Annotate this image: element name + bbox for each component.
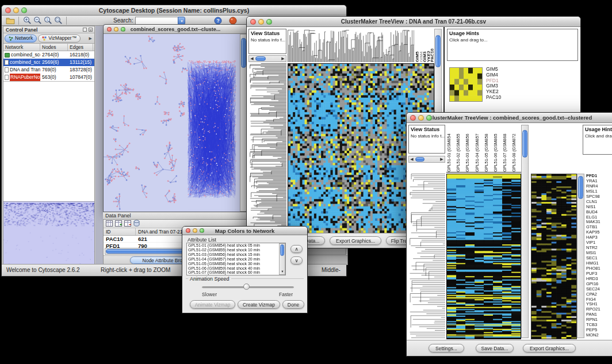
gene-label[interactable]: SPC98 <box>586 194 612 200</box>
scrollbar-thumb[interactable] <box>435 35 441 67</box>
column-label[interactable]: GPL51-08 (GSM872 <box>511 125 521 172</box>
tab-vizmapper[interactable]: VizMapper™ <box>38 35 81 43</box>
close-button[interactable] <box>5 7 11 13</box>
gene-label[interactable]: RPN1 <box>586 317 612 323</box>
gene-label[interactable]: MSL1 <box>586 189 612 194</box>
cytoscape-titlebar[interactable]: Cytoscape Desktop (Session Name: collins… <box>2 5 346 16</box>
tv2-heatmap-canvas[interactable] <box>446 174 521 339</box>
select-attributes-icon[interactable] <box>106 219 113 229</box>
close-button[interactable] <box>410 115 416 121</box>
export-graphics-button[interactable]: Export Graphics... <box>330 236 381 245</box>
tab-network[interactable]: Network <box>5 35 37 43</box>
animate-vizmap-button[interactable]: Animate Vizmap <box>190 300 235 309</box>
scrollbar-thumb[interactable] <box>522 130 527 158</box>
minimize-button[interactable] <box>114 27 118 32</box>
gene-label[interactable]: SEC24 <box>586 287 612 292</box>
attribute-option[interactable]: GPL51-05 (GSM858) heat shock 30 min <box>187 262 285 266</box>
gene-label[interactable]: VIP1 <box>586 240 612 246</box>
export-graphics-button[interactable]: Export Graphics... <box>523 344 576 352</box>
gene-label[interactable]: CLN1 <box>586 200 612 205</box>
scrollbar-thumb[interactable] <box>241 38 246 68</box>
column-label[interactable]: GPL51-04 (GSM857 <box>475 125 484 172</box>
gene-label[interactable]: SEC1 <box>586 256 612 261</box>
tv1-column-dendrogram-canvas[interactable] <box>288 29 414 62</box>
zoom-button[interactable] <box>266 19 272 25</box>
column-label[interactable]: GIM5 <box>415 29 419 62</box>
column-header-edges[interactable]: Edges <box>68 44 93 51</box>
search-input[interactable] <box>135 17 178 25</box>
column-label[interactable]: GPL51-05 (GSM858 <box>484 125 493 172</box>
zoom-button[interactable] <box>21 7 27 13</box>
zoom-fit-icon[interactable] <box>53 16 63 25</box>
zoom-button[interactable] <box>121 27 125 32</box>
move-down-button[interactable]: ∨ <box>290 256 303 265</box>
gene-label[interactable]: HMG1 <box>586 261 612 266</box>
treeview1-titlebar[interactable]: ClusterMaker TreeView : DNA and Tran 07-… <box>247 17 580 27</box>
tv2-secondary-scrollbar[interactable] <box>577 174 584 338</box>
search-dropdown-arrow[interactable]: ▾ <box>178 17 185 25</box>
attribute-option[interactable]: GPL51-03 (GSM856) heat shock 15 min <box>187 252 285 257</box>
tv2-h-scrollbar[interactable]: ◀ ▶ <box>408 156 445 163</box>
gene-label[interactable]: MAK31 <box>586 220 612 225</box>
scrollbar-thumb[interactable] <box>255 56 266 61</box>
zoom-button[interactable] <box>200 228 204 233</box>
gene-label[interactable]: RPO21 <box>586 307 612 312</box>
tv2-secondary-heatmap-canvas[interactable] <box>531 174 577 339</box>
import-matrix-icon[interactable] <box>133 219 140 229</box>
zoom-in-icon[interactable] <box>22 16 32 25</box>
network-row[interactable]: DNA and Tran 07 769(0) 183728(0) <box>3 66 94 74</box>
zoom-out-icon[interactable] <box>32 16 43 25</box>
gene-label[interactable]: HAP3 <box>586 235 612 240</box>
gene-label[interactable]: PAC10 <box>486 95 501 101</box>
attribute-option[interactable]: GPL51-06 (GSM859) heat shock 40 min <box>187 266 285 271</box>
scroll-right-arrow[interactable]: ▶ <box>439 156 445 162</box>
gene-label[interactable]: BUD4 <box>586 210 612 215</box>
column-label[interactable]: GPL51-06 (GSM865 <box>493 125 502 172</box>
open-session-icon[interactable] <box>5 16 16 25</box>
attribute-option[interactable]: GPL51-01 (GSM854) heat shock 05 min <box>187 243 285 248</box>
minimize-button[interactable] <box>13 7 19 13</box>
gene-label[interactable]: YRA1 <box>586 179 612 184</box>
gene-label[interactable]: PAN1 <box>586 312 612 317</box>
create-attribute-icon[interactable] <box>115 219 122 229</box>
column-header-network[interactable]: Network <box>3 44 40 51</box>
tv1-row-dendrogram-canvas[interactable] <box>248 63 286 232</box>
attribute-option[interactable]: GPL51-02 (GSM855) heat shock 10 min <box>187 248 285 252</box>
speed-slider[interactable] <box>202 283 294 290</box>
scroll-left-arrow[interactable]: ◀ <box>409 156 415 162</box>
dialog-titlebar[interactable]: Map Colors to Network <box>182 227 307 235</box>
gene-label[interactable]: NIS1 <box>586 205 612 210</box>
gene-label[interactable]: ELG1 <box>586 215 612 220</box>
delete-attribute-icon[interactable] <box>124 219 131 229</box>
column-label[interactable]: GIM3 <box>422 29 426 62</box>
column-label[interactable]: PAC10 <box>430 29 434 62</box>
tv2-row-dendrogram-canvas[interactable] <box>408 174 445 338</box>
attribute-list-scrollbar[interactable]: ▼ <box>279 243 285 275</box>
scrollbar-thumb[interactable] <box>578 176 583 199</box>
scroll-right-arrow[interactable]: ▶ <box>280 56 286 62</box>
column-header-nodes[interactable]: Nodes <box>40 44 68 51</box>
id-column-header[interactable]: ID <box>104 228 136 235</box>
minimize-button[interactable] <box>418 115 424 121</box>
attribute-option[interactable]: GPL51-04 (GSM857) heat shock 20 min <box>187 257 285 262</box>
attribute-option[interactable]: GPL51-07 (GSM868) heat shock 60 min <box>187 270 285 275</box>
gene-label[interactable]: CPA2 <box>586 292 612 297</box>
slider-thumb[interactable] <box>243 283 250 290</box>
gene-label[interactable]: KAP95 <box>586 230 612 235</box>
zoom-actual-icon[interactable]: 1 <box>43 16 53 25</box>
save-data-button[interactable]: Save Data... <box>476 344 514 352</box>
tv1-summary-heatmap-canvas[interactable] <box>449 67 483 102</box>
float-panel-icon[interactable] <box>83 28 87 32</box>
network-view-titlebar[interactable]: combined_scores_good.txt--cluste... <box>104 25 247 34</box>
gene-label[interactable]: PHO81 <box>586 266 612 271</box>
close-panel-icon[interactable] <box>89 28 93 32</box>
gene-label[interactable]: GPI16 <box>586 282 612 287</box>
gene-label[interactable]: FIG4 <box>586 297 612 302</box>
treeview2-titlebar[interactable]: ClusterMaker TreeView : combined_scores_… <box>407 113 612 123</box>
gene-label[interactable]: PFD1 <box>586 174 612 179</box>
settings-button[interactable]: Settings... <box>429 344 464 352</box>
create-vizmap-button[interactable]: Create Vizmap <box>238 300 280 309</box>
done-button[interactable]: Done <box>282 300 304 309</box>
network-row[interactable]: RNAPuberNov2... 563(0) 107847(0) <box>3 74 94 81</box>
minimize-button[interactable] <box>193 228 197 233</box>
